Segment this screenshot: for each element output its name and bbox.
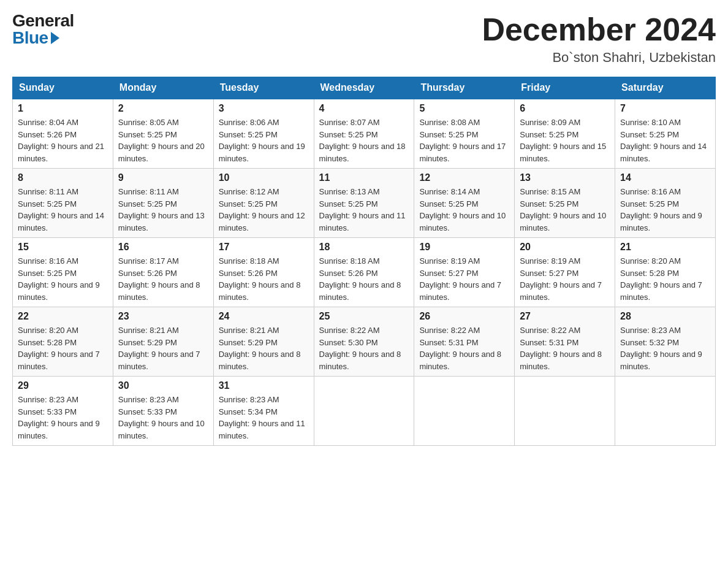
page-header: General Blue December 2024 Bo`ston Shahr…	[12, 12, 716, 66]
table-row: 23Sunrise: 8:21 AMSunset: 5:29 PMDayligh…	[113, 307, 213, 377]
day-info: Sunrise: 8:18 AMSunset: 5:26 PMDaylight:…	[219, 255, 309, 303]
day-info: Sunrise: 8:16 AMSunset: 5:25 PMDaylight:…	[18, 255, 108, 303]
header-friday: Friday	[515, 77, 615, 99]
table-row: 1Sunrise: 8:04 AMSunset: 5:26 PMDaylight…	[13, 99, 113, 169]
table-row: 6Sunrise: 8:09 AMSunset: 5:25 PMDaylight…	[515, 99, 615, 169]
day-info: Sunrise: 8:14 AMSunset: 5:25 PMDaylight:…	[419, 186, 509, 234]
calendar-week-row: 15Sunrise: 8:16 AMSunset: 5:25 PMDayligh…	[13, 238, 716, 307]
day-number: 30	[118, 380, 208, 391]
month-title: December 2024	[482, 12, 716, 47]
day-number: 26	[419, 311, 509, 322]
weekday-header-row: Sunday Monday Tuesday Wednesday Thursday…	[13, 77, 716, 99]
table-row: 4Sunrise: 8:07 AMSunset: 5:25 PMDaylight…	[314, 99, 414, 169]
day-info: Sunrise: 8:22 AMSunset: 5:31 PMDaylight:…	[520, 324, 610, 372]
table-row: 2Sunrise: 8:05 AMSunset: 5:25 PMDaylight…	[113, 99, 213, 169]
day-number: 16	[118, 242, 208, 253]
day-number: 31	[219, 380, 309, 391]
table-row: 24Sunrise: 8:21 AMSunset: 5:29 PMDayligh…	[213, 307, 314, 377]
logo-arrow-icon	[51, 32, 59, 44]
day-info: Sunrise: 8:19 AMSunset: 5:27 PMDaylight:…	[520, 255, 610, 303]
table-row	[314, 377, 414, 446]
day-info: Sunrise: 8:04 AMSunset: 5:26 PMDaylight:…	[18, 117, 108, 164]
day-info: Sunrise: 8:23 AMSunset: 5:34 PMDaylight:…	[219, 394, 309, 442]
day-info: Sunrise: 8:07 AMSunset: 5:25 PMDaylight:…	[319, 117, 409, 164]
day-info: Sunrise: 8:22 AMSunset: 5:31 PMDaylight:…	[419, 324, 509, 372]
logo: General Blue	[12, 12, 74, 47]
day-number: 15	[18, 242, 108, 253]
day-number: 22	[18, 311, 108, 322]
day-info: Sunrise: 8:23 AMSunset: 5:33 PMDaylight:…	[18, 394, 108, 442]
table-row: 17Sunrise: 8:18 AMSunset: 5:26 PMDayligh…	[213, 238, 314, 307]
table-row: 22Sunrise: 8:20 AMSunset: 5:28 PMDayligh…	[13, 307, 113, 377]
table-row: 19Sunrise: 8:19 AMSunset: 5:27 PMDayligh…	[414, 238, 515, 307]
location-subtitle: Bo`ston Shahri, Uzbekistan	[482, 50, 716, 66]
day-number: 25	[319, 311, 409, 322]
calendar-week-row: 8Sunrise: 8:11 AMSunset: 5:25 PMDaylight…	[13, 169, 716, 238]
day-number: 12	[419, 172, 509, 183]
table-row	[515, 377, 615, 446]
logo-blue-text: Blue	[12, 29, 59, 47]
day-number: 24	[219, 311, 309, 322]
day-number: 20	[520, 242, 610, 253]
day-info: Sunrise: 8:20 AMSunset: 5:28 PMDaylight:…	[620, 255, 710, 303]
day-info: Sunrise: 8:16 AMSunset: 5:25 PMDaylight:…	[620, 186, 710, 234]
day-info: Sunrise: 8:23 AMSunset: 5:33 PMDaylight:…	[118, 394, 208, 442]
day-info: Sunrise: 8:23 AMSunset: 5:32 PMDaylight:…	[620, 324, 710, 372]
table-row: 27Sunrise: 8:22 AMSunset: 5:31 PMDayligh…	[515, 307, 615, 377]
header-sunday: Sunday	[13, 77, 113, 99]
table-row: 20Sunrise: 8:19 AMSunset: 5:27 PMDayligh…	[515, 238, 615, 307]
day-info: Sunrise: 8:10 AMSunset: 5:25 PMDaylight:…	[620, 117, 710, 164]
table-row: 15Sunrise: 8:16 AMSunset: 5:25 PMDayligh…	[13, 238, 113, 307]
day-number: 28	[620, 311, 710, 322]
table-row: 5Sunrise: 8:08 AMSunset: 5:25 PMDaylight…	[414, 99, 515, 169]
day-number: 13	[520, 172, 610, 183]
day-number: 17	[219, 242, 309, 253]
day-number: 29	[18, 380, 108, 391]
table-row: 12Sunrise: 8:14 AMSunset: 5:25 PMDayligh…	[414, 169, 515, 238]
day-number: 10	[219, 172, 309, 183]
header-monday: Monday	[113, 77, 213, 99]
table-row: 8Sunrise: 8:11 AMSunset: 5:25 PMDaylight…	[13, 169, 113, 238]
day-number: 11	[319, 172, 409, 183]
table-row: 7Sunrise: 8:10 AMSunset: 5:25 PMDaylight…	[615, 99, 716, 169]
title-area: December 2024 Bo`ston Shahri, Uzbekistan	[482, 12, 716, 66]
day-info: Sunrise: 8:06 AMSunset: 5:25 PMDaylight:…	[219, 117, 309, 164]
day-number: 1	[18, 103, 108, 114]
day-number: 6	[520, 103, 610, 114]
header-saturday: Saturday	[615, 77, 716, 99]
calendar-week-row: 22Sunrise: 8:20 AMSunset: 5:28 PMDayligh…	[13, 307, 716, 377]
day-number: 3	[219, 103, 309, 114]
day-number: 18	[319, 242, 409, 253]
day-number: 4	[319, 103, 409, 114]
day-number: 19	[419, 242, 509, 253]
table-row	[615, 377, 716, 446]
calendar-week-row: 29Sunrise: 8:23 AMSunset: 5:33 PMDayligh…	[13, 377, 716, 446]
table-row: 28Sunrise: 8:23 AMSunset: 5:32 PMDayligh…	[615, 307, 716, 377]
table-row: 9Sunrise: 8:11 AMSunset: 5:25 PMDaylight…	[113, 169, 213, 238]
table-row: 14Sunrise: 8:16 AMSunset: 5:25 PMDayligh…	[615, 169, 716, 238]
day-number: 27	[520, 311, 610, 322]
day-info: Sunrise: 8:15 AMSunset: 5:25 PMDaylight:…	[520, 186, 610, 234]
table-row: 11Sunrise: 8:13 AMSunset: 5:25 PMDayligh…	[314, 169, 414, 238]
table-row: 29Sunrise: 8:23 AMSunset: 5:33 PMDayligh…	[13, 377, 113, 446]
day-info: Sunrise: 8:08 AMSunset: 5:25 PMDaylight:…	[419, 117, 509, 164]
header-thursday: Thursday	[414, 77, 515, 99]
logo-general-text: General	[12, 12, 74, 29]
table-row: 3Sunrise: 8:06 AMSunset: 5:25 PMDaylight…	[213, 99, 314, 169]
day-number: 14	[620, 172, 710, 183]
day-info: Sunrise: 8:22 AMSunset: 5:30 PMDaylight:…	[319, 324, 409, 372]
day-info: Sunrise: 8:21 AMSunset: 5:29 PMDaylight:…	[118, 324, 208, 372]
day-number: 9	[118, 172, 208, 183]
day-info: Sunrise: 8:12 AMSunset: 5:25 PMDaylight:…	[219, 186, 309, 234]
day-number: 5	[419, 103, 509, 114]
day-number: 2	[118, 103, 208, 114]
table-row: 21Sunrise: 8:20 AMSunset: 5:28 PMDayligh…	[615, 238, 716, 307]
table-row: 18Sunrise: 8:18 AMSunset: 5:26 PMDayligh…	[314, 238, 414, 307]
table-row: 26Sunrise: 8:22 AMSunset: 5:31 PMDayligh…	[414, 307, 515, 377]
day-number: 23	[118, 311, 208, 322]
day-info: Sunrise: 8:18 AMSunset: 5:26 PMDaylight:…	[319, 255, 409, 303]
day-info: Sunrise: 8:17 AMSunset: 5:26 PMDaylight:…	[118, 255, 208, 303]
table-row: 31Sunrise: 8:23 AMSunset: 5:34 PMDayligh…	[213, 377, 314, 446]
day-info: Sunrise: 8:11 AMSunset: 5:25 PMDaylight:…	[18, 186, 108, 234]
day-info: Sunrise: 8:20 AMSunset: 5:28 PMDaylight:…	[18, 324, 108, 372]
